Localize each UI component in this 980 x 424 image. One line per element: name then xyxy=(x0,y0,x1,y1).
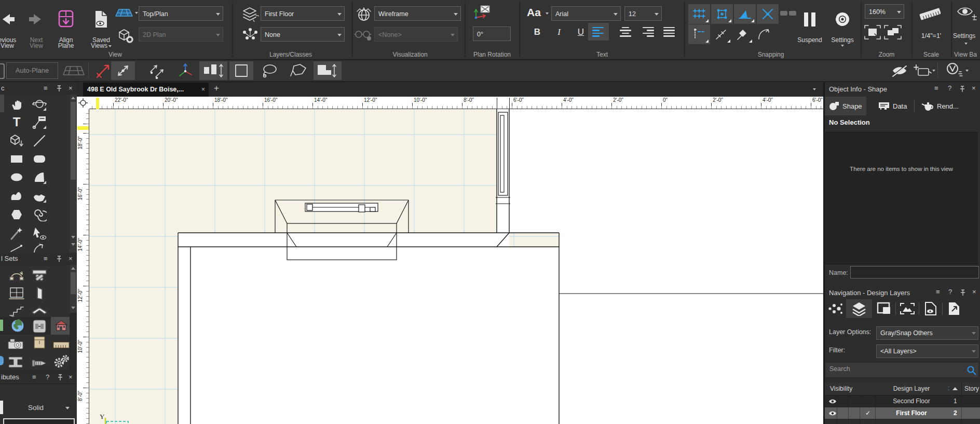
menu-icon[interactable]: ≡ xyxy=(32,374,36,381)
dimension-tool[interactable] xyxy=(53,337,70,353)
align-justify-button[interactable] xyxy=(659,23,680,41)
drawing-canvas[interactable]: Y xyxy=(89,109,823,424)
attributes-palette-header[interactable]: ibutes ≡ ? × xyxy=(0,371,77,383)
zoom-level-select[interactable]: 160% xyxy=(865,4,904,19)
fit-page-icon[interactable] xyxy=(864,24,881,41)
arc-tool[interactable] xyxy=(31,169,48,186)
menu-icon[interactable]: ≡ xyxy=(934,85,938,92)
render-mode-select[interactable]: Wireframe xyxy=(374,6,461,21)
search-input[interactable] xyxy=(828,365,955,373)
suspend-snapping-button[interactable]: Suspend xyxy=(793,3,826,43)
help-icon[interactable]: ? xyxy=(948,85,951,92)
class-select[interactable]: None xyxy=(261,27,345,42)
snap-smart-edge-button[interactable] xyxy=(732,24,754,44)
close-icon[interactable]: × xyxy=(69,85,73,92)
wand-tool[interactable] xyxy=(8,225,25,242)
polygon-lasso-mode-tool[interactable] xyxy=(287,61,310,80)
callout-tool[interactable] xyxy=(31,114,48,130)
text-style-button[interactable]: Aa xyxy=(527,6,541,19)
menu-icon[interactable]: ≡ xyxy=(44,255,48,262)
chevron-down-icon[interactable] xyxy=(65,407,70,409)
pin-icon[interactable] xyxy=(56,256,62,262)
snap-tangent-button[interactable] xyxy=(753,24,774,44)
plane-icon[interactable] xyxy=(62,65,85,76)
close-icon[interactable]: × xyxy=(69,374,73,381)
col-design-layer[interactable]: Design Layer xyxy=(877,385,946,392)
door-tool[interactable] xyxy=(31,285,48,302)
search-field[interactable] xyxy=(825,362,979,378)
reshape-mode-tool[interactable] xyxy=(199,61,227,80)
nav-tab-classes[interactable] xyxy=(825,299,846,318)
underline-button[interactable]: U xyxy=(573,24,589,41)
nav-tab-viewports[interactable] xyxy=(896,299,918,318)
nav-tab-design-layers[interactable] xyxy=(846,299,872,318)
panel-chevron-icon[interactable] xyxy=(813,88,816,90)
furniture-tool[interactable] xyxy=(31,335,48,351)
site-planning-category[interactable] xyxy=(9,317,26,334)
pin-icon[interactable] xyxy=(57,374,63,381)
snap-smart-point-button[interactable] xyxy=(710,24,732,44)
render-mode-icon[interactable] xyxy=(355,6,373,23)
render-style-select[interactable]: <None> xyxy=(374,27,458,42)
rectangle-tool[interactable] xyxy=(8,151,25,167)
building-shell-category-selected[interactable] xyxy=(51,317,70,335)
nav-tab-references[interactable] xyxy=(943,299,966,318)
name-field[interactable] xyxy=(850,266,979,279)
tab-close-icon[interactable]: × xyxy=(201,83,205,97)
menu-icon[interactable]: ≡ xyxy=(936,288,940,296)
document-tab[interactable]: 498 E Old Saybrook Dr Boise,... × xyxy=(83,83,209,97)
horizontal-ruler[interactable]: 22'-0"20'-0"18'-0"16'-0"14'-0"12'-0"10'-… xyxy=(89,97,823,109)
rotation-angle-field[interactable]: 0° xyxy=(473,27,511,41)
visibility-eye-icon[interactable] xyxy=(828,410,837,416)
col-visibility[interactable]: Visibility xyxy=(830,385,852,392)
view-bar-settings-label[interactable]: Settings xyxy=(953,32,975,39)
fill-swatch[interactable] xyxy=(0,401,3,414)
curved-wall-tool[interactable] xyxy=(8,267,25,284)
layer-select[interactable]: First Floor xyxy=(261,6,345,21)
snap-grid-button[interactable] xyxy=(688,4,710,24)
vertical-ruler[interactable]: 18'-0"16'-0"14'-0"12'-0"10'-0"8'-0" xyxy=(77,109,89,424)
table-header[interactable]: Visibility Design Layer : Story xyxy=(825,382,980,395)
chevron-down-icon[interactable] xyxy=(546,12,549,15)
layer-row[interactable]: Second Floor 1 xyxy=(825,395,980,407)
spiral-tool[interactable] xyxy=(31,206,48,223)
close-icon[interactable]: × xyxy=(972,85,976,92)
auto-plane-button[interactable]: Auto-Plane xyxy=(6,62,58,79)
close-icon[interactable]: × xyxy=(69,255,73,262)
previous-view-button[interactable]: eviousView xyxy=(0,3,23,49)
layer-row-active[interactable]: ✓ First Floor 2 xyxy=(825,407,980,419)
polygon-tool[interactable] xyxy=(8,206,25,223)
fastener-tool[interactable] xyxy=(31,355,48,370)
resize-tool[interactable] xyxy=(111,61,135,80)
scale-ruler-icon[interactable] xyxy=(917,4,944,24)
help-icon[interactable]: ? xyxy=(948,288,952,296)
align-center-button[interactable] xyxy=(615,23,636,41)
menu-icon[interactable]: ≡ xyxy=(44,85,48,92)
working-plane-tool[interactable] xyxy=(173,61,197,80)
italic-button[interactable]: I xyxy=(551,24,567,41)
view-mode-icon[interactable] xyxy=(115,7,133,20)
nav-tab-sheet-layers[interactable] xyxy=(873,299,895,318)
name-input[interactable] xyxy=(850,266,979,279)
offset-tool[interactable] xyxy=(8,240,25,253)
tab-data[interactable]: Data xyxy=(874,97,911,115)
snap-intersection-button[interactable] xyxy=(757,4,779,24)
align-right-button[interactable] xyxy=(637,23,658,41)
layer-options-select[interactable]: Gray/Snap Others xyxy=(876,326,978,340)
chevron-down-icon[interactable] xyxy=(135,12,138,14)
hide-details-toggle[interactable] xyxy=(888,61,911,80)
view-mode-select[interactable]: Top/Plan xyxy=(139,6,223,21)
wall-join-tool[interactable] xyxy=(31,267,48,284)
saved-views-button[interactable]: SavedViews xyxy=(84,3,118,49)
wall-reshape-mode-tool[interactable] xyxy=(314,61,342,80)
help-icon[interactable]: ? xyxy=(46,374,49,381)
tab-render[interactable]: Rend... xyxy=(917,97,963,115)
lasso-mode-tool[interactable] xyxy=(257,61,281,80)
column-tool[interactable] xyxy=(7,354,24,370)
nav-tab-saved-views[interactable] xyxy=(920,299,942,318)
toolsets-palette-header[interactable]: l Sets ≡ × xyxy=(0,253,77,265)
pin-icon[interactable] xyxy=(960,289,966,296)
version-options-button[interactable] xyxy=(940,61,969,80)
text-tool[interactable]: T xyxy=(8,114,25,130)
new-class-button[interactable] xyxy=(909,61,936,80)
